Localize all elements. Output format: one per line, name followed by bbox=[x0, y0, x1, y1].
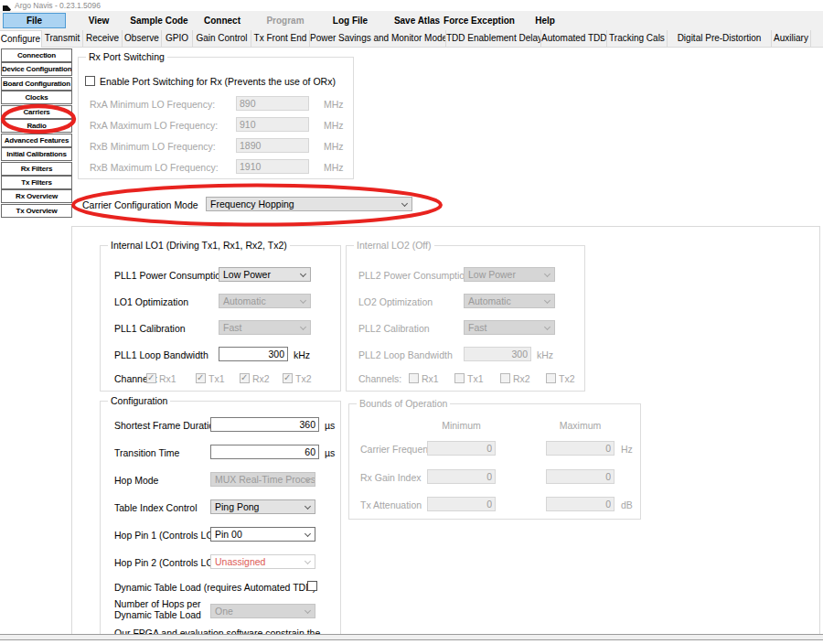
rxb-max-lo-label: RxB Maximum LO Frequency: bbox=[90, 162, 219, 173]
lo1-channel-rx2-checkbox bbox=[240, 373, 250, 383]
tab-observe[interactable]: Observe bbox=[123, 30, 162, 47]
tab-power-savings[interactable]: Power Savings and Monitor Mode bbox=[310, 30, 446, 47]
sidebar-item-tx-filters[interactable]: Tx Filters bbox=[1, 176, 72, 189]
lo2-channel-rx2-label: Rx2 bbox=[513, 373, 530, 384]
sidebar-item-advanced-features[interactable]: Advanced Features bbox=[1, 134, 72, 147]
table-index-control-select[interactable]: Ping Pong bbox=[210, 499, 315, 514]
sidebar-item-clocks[interactable]: Clocks bbox=[1, 91, 72, 104]
group-title: Rx Port Switching bbox=[86, 51, 167, 62]
pll2-calibration-value: Fast bbox=[468, 322, 486, 333]
tab-tracking-cals[interactable]: Tracking Cals bbox=[607, 30, 668, 47]
tab-tdd-enablement-delays[interactable]: TDD Enablement Delays bbox=[446, 30, 541, 47]
table-index-control-value: Ping Pong bbox=[215, 501, 259, 512]
tab-automated-tdd[interactable]: Automated TDD bbox=[541, 30, 607, 47]
chevron-down-icon bbox=[544, 297, 550, 304]
pll1-loop-bandwidth-input[interactable] bbox=[219, 347, 288, 361]
menu-connect[interactable]: Connect bbox=[196, 13, 249, 28]
menu-save-atlas[interactable]: Save Atlas bbox=[388, 13, 446, 28]
hop-mode-value: MUX Real-Time Process bbox=[215, 474, 315, 485]
bottom-window-edge bbox=[0, 634, 823, 640]
enable-port-switching-label: Enable Port Switching for Rx (Prevents t… bbox=[100, 76, 336, 87]
transition-time-unit: µs bbox=[325, 447, 335, 458]
sidebar-item-initial-calibrations[interactable]: Initial Calibrations bbox=[1, 147, 72, 161]
lo2-channel-tx1-label: Tx1 bbox=[467, 373, 484, 384]
menu-help[interactable]: Help bbox=[529, 13, 561, 28]
group-title: Internal LO1 (Driving Tx1, Rx1, Rx2, Tx2… bbox=[108, 240, 290, 251]
shortest-frame-duration-label: Shortest Frame Duration bbox=[114, 420, 219, 431]
carrier-frequency-min-input bbox=[427, 441, 496, 456]
dynamic-table-load-checkbox[interactable] bbox=[307, 581, 317, 591]
pll2-power-select: Low Power bbox=[464, 267, 555, 282]
chevron-down-icon bbox=[305, 558, 311, 564]
menu-view[interactable]: View bbox=[80, 13, 117, 28]
chevron-down-icon bbox=[544, 271, 550, 277]
pll1-power-label: PLL1 Power Consumption bbox=[114, 270, 226, 281]
pll1-power-select[interactable]: Low Power bbox=[219, 267, 311, 282]
lo1-channel-tx1-label: Tx1 bbox=[208, 373, 225, 384]
rx-gain-index-min-input bbox=[427, 469, 496, 484]
menu-force-exception[interactable]: Force Exception bbox=[441, 13, 518, 28]
hops-per-load-select: One bbox=[210, 604, 315, 618]
sidebar-item-rx-filters[interactable]: Rx Filters bbox=[1, 162, 72, 176]
lo2-channel-rx2-checkbox bbox=[500, 373, 510, 383]
window-title: Argo Navis - 0.23.1.5096 bbox=[15, 1, 101, 10]
tx-attenuation-unit: dB bbox=[621, 499, 633, 510]
table-index-control-label: Table Index Control bbox=[114, 502, 197, 513]
pll2-power-value: Low Power bbox=[468, 269, 516, 280]
tab-tx-front-end[interactable]: Tx Front End bbox=[251, 30, 310, 47]
tab-auxiliary[interactable]: Auxiliary bbox=[772, 30, 811, 47]
menu-log-file[interactable]: Log File bbox=[326, 13, 375, 28]
shortest-frame-duration-unit: µs bbox=[325, 420, 335, 431]
hops-per-load-value: One bbox=[215, 606, 233, 617]
menu-file[interactable]: File bbox=[3, 13, 66, 28]
sidebar-item-board-configuration[interactable]: Board Configuration bbox=[1, 77, 72, 91]
transition-time-label: Transition Time bbox=[114, 447, 179, 458]
menu-sample-code[interactable]: Sample Code bbox=[123, 13, 196, 28]
hop-pin1-select[interactable]: Pin 00 bbox=[210, 527, 315, 542]
lo2-channel-rx1-label: Rx1 bbox=[422, 373, 439, 384]
sidebar-item-carriers[interactable]: Carriers bbox=[1, 105, 72, 119]
chevron-down-icon bbox=[305, 531, 311, 537]
pll1-calibration-value: Fast bbox=[223, 322, 241, 333]
rx-port-switching-group: Rx Port Switching Enable Port Switching … bbox=[78, 57, 354, 179]
hop-pin2-label: Hop Pin 2 (Controls LO2) bbox=[114, 557, 222, 568]
tab-gain-control[interactable]: Gain Control bbox=[193, 30, 251, 47]
sidebar-item-connection[interactable]: Connection bbox=[1, 48, 72, 62]
pll1-loop-bandwidth-label: PLL1 Loop Bandwidth bbox=[114, 349, 208, 360]
lo2-channel-tx1-checkbox bbox=[454, 373, 465, 383]
tab-gpio[interactable]: GPIO bbox=[162, 30, 193, 47]
rxa-min-lo-input bbox=[236, 96, 309, 111]
internal-lo2-group: Internal LO2 (Off) PLL2 Power Consumptio… bbox=[346, 245, 585, 392]
tx-attenuation-max-input bbox=[546, 497, 615, 511]
sidebar-item-tx-overview[interactable]: Tx Overview bbox=[1, 204, 72, 218]
enable-port-switching-checkbox[interactable] bbox=[85, 76, 95, 86]
sidebar-item-rx-overview[interactable]: Rx Overview bbox=[1, 189, 72, 203]
tab-transmit[interactable]: Transmit bbox=[42, 30, 83, 47]
rxa-max-lo-unit: MHz bbox=[324, 120, 344, 131]
sidebar-item-radio[interactable]: Radio bbox=[1, 119, 72, 133]
tx-attenuation-min-input bbox=[427, 497, 496, 511]
hops-per-load-label: Number of Hops per Dynamic Table Load bbox=[114, 598, 211, 620]
carrier-configuration-mode-value: Frequency Hopping bbox=[210, 199, 294, 209]
carrier-frequency-label: Carrier Frequency bbox=[360, 444, 438, 455]
rxb-min-lo-unit: MHz bbox=[324, 141, 344, 152]
pll1-calibration-label: PLL1 Calibration bbox=[114, 323, 186, 334]
tab-digital-pre-distortion[interactable]: Digital Pre-Distortion bbox=[668, 30, 772, 47]
transition-time-input[interactable] bbox=[210, 445, 319, 459]
lo2-channel-rx1-checkbox bbox=[409, 373, 419, 383]
hop-pin2-select: Unassigned bbox=[210, 554, 315, 569]
tab-receive[interactable]: Receive bbox=[83, 30, 123, 47]
bounds-max-header: Maximum bbox=[546, 420, 615, 431]
shortest-frame-duration-input[interactable] bbox=[210, 417, 319, 432]
tab-configure[interactable]: Configure bbox=[0, 30, 42, 48]
pll1-power-value: Low Power bbox=[223, 269, 271, 280]
hop-pin1-label: Hop Pin 1 (Controls LO1) bbox=[114, 530, 222, 541]
sidebar-item-device-configuration[interactable]: Device Configuration bbox=[1, 62, 72, 76]
pll2-loop-bandwidth-unit: kHz bbox=[537, 349, 553, 360]
configuration-group: Configuration Shortest Frame Duration µs… bbox=[100, 401, 341, 634]
lo1-optimization-select: Automatic bbox=[219, 294, 311, 308]
lo1-channel-tx1-checkbox bbox=[196, 373, 206, 383]
internal-lo1-group: Internal LO1 (Driving Tx1, Rx1, Rx2, Tx2… bbox=[100, 245, 341, 392]
carrier-configuration-mode-select[interactable]: Frequency Hopping bbox=[206, 197, 412, 211]
rx-gain-index-label: Rx Gain Index bbox=[360, 472, 422, 483]
